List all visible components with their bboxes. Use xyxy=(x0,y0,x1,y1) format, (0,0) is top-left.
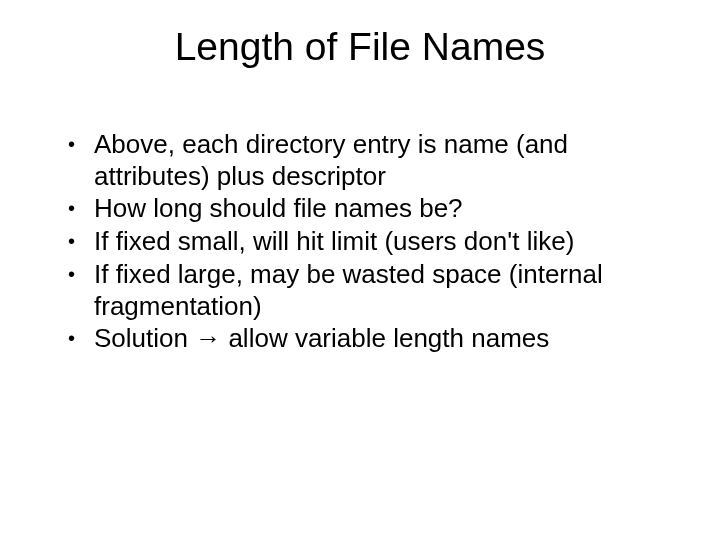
bullet-text: Above, each directory entry is name (and… xyxy=(94,129,670,192)
bullet-marker-icon: • xyxy=(68,129,94,156)
bullet-marker-icon: • xyxy=(68,259,94,286)
bullet-item: • If fixed large, may be wasted space (i… xyxy=(68,259,670,322)
slide-title: Length of File Names xyxy=(50,25,670,69)
bullet-text: How long should file names be? xyxy=(94,193,670,225)
bullet-item: • If fixed small, will hit limit (users … xyxy=(68,226,670,258)
bullet-text: If fixed small, will hit limit (users do… xyxy=(94,226,670,258)
bullet-text: Solution → allow variable length names xyxy=(94,323,670,355)
bullet-marker-icon: • xyxy=(68,323,94,350)
slide-content: • Above, each directory entry is name (a… xyxy=(50,129,670,355)
bullet-item: • Solution → allow variable length names xyxy=(68,323,670,355)
slide-container: Length of File Names • Above, each direc… xyxy=(0,0,720,540)
bullet-marker-icon: • xyxy=(68,226,94,253)
bullet-item: • Above, each directory entry is name (a… xyxy=(68,129,670,192)
bullet-text: If fixed large, may be wasted space (int… xyxy=(94,259,670,322)
bullet-marker-icon: • xyxy=(68,193,94,220)
bullet-item: • How long should file names be? xyxy=(68,193,670,225)
